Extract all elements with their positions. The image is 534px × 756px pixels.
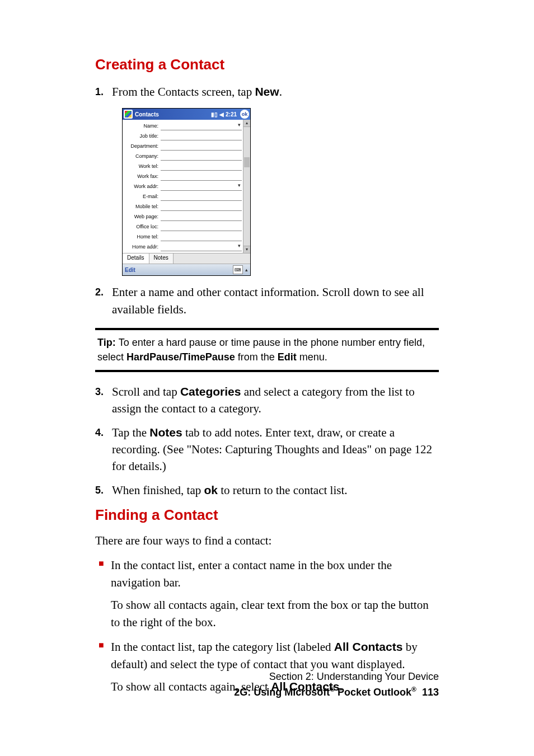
- step-5-b: ok: [204, 483, 218, 496]
- menu-up-icon[interactable]: ▴: [245, 267, 248, 273]
- form-area: Name: Job title: Department: Company: Wo…: [123, 120, 250, 253]
- heading-finding: Finding a Contact: [95, 506, 439, 524]
- field-workfax: Work fax:: [124, 171, 242, 181]
- step-1-text-c: .: [279, 85, 282, 98]
- step-4: 4. Tap the Notes tab to add notes. Enter…: [95, 424, 439, 475]
- heading-creating: Creating a Contact: [95, 56, 439, 73]
- step-4-number: 4.: [95, 425, 104, 440]
- step-2-number: 2.: [95, 285, 104, 299]
- input-mobiletel[interactable]: [161, 203, 242, 211]
- tab-details[interactable]: Details: [123, 253, 149, 264]
- steps-group-2: 2. Enter a name and other contact inform…: [95, 284, 439, 318]
- field-hometel: Home tel:: [124, 232, 242, 242]
- step-5-a: When finished, tap: [112, 483, 204, 497]
- label-email: E-mail:: [124, 194, 161, 199]
- label-workaddr: Work addr:: [124, 184, 161, 189]
- label-workfax: Work fax:: [124, 173, 161, 179]
- scrollbar[interactable]: ▴ ▾: [243, 120, 250, 253]
- input-company[interactable]: [161, 152, 242, 161]
- field-homeaddr: Home addr:: [124, 242, 242, 252]
- step-3-a: Scroll and tap: [112, 385, 180, 398]
- steps-group-1: 1. From the Contacts screen, tap New.: [95, 83, 439, 100]
- pocket-titlebar: Contacts ▮▯ ◀ 2:21 ok: [123, 109, 250, 120]
- step-5: 5. When finished, tap ok to return to th…: [95, 482, 439, 499]
- input-webpage[interactable]: [161, 213, 242, 221]
- label-worktel: Work tel:: [124, 163, 161, 169]
- input-dept[interactable]: [161, 142, 242, 151]
- finding-intro: There are four ways to find a contact:: [95, 534, 439, 548]
- step-4-a: Tap the: [112, 426, 149, 439]
- field-worktel: Work tel:: [124, 161, 242, 171]
- scroll-down-icon[interactable]: ▾: [243, 246, 250, 253]
- menu-edit[interactable]: Edit: [125, 267, 135, 273]
- step-1: 1. From the Contacts screen, tap New.: [95, 83, 439, 100]
- input-homeaddr[interactable]: [161, 243, 242, 251]
- scroll-thumb[interactable]: [244, 157, 250, 167]
- label-company: Company:: [124, 153, 161, 159]
- label-mobiletel: Mobile tel:: [124, 204, 161, 209]
- scroll-up-icon[interactable]: ▴: [243, 120, 250, 127]
- footer-chapter-b: Pocket Outlook: [335, 687, 411, 698]
- keyboard-icon[interactable]: ⌨: [233, 265, 243, 274]
- clock: 2:21: [226, 111, 237, 118]
- footer-page: 113: [422, 687, 439, 698]
- step-1-new: New: [255, 85, 279, 98]
- field-job: Job title:: [124, 131, 242, 141]
- tab-notes[interactable]: Notes: [149, 253, 174, 264]
- label-webpage: Web page:: [124, 214, 161, 219]
- step-2: 2. Enter a name and other contact inform…: [95, 284, 439, 318]
- ok-button[interactable]: ok: [240, 110, 249, 119]
- label-hometel: Home tel:: [124, 234, 161, 240]
- step-3-number: 3.: [95, 384, 104, 399]
- label-officeloc: Office loc:: [124, 224, 161, 229]
- footer-chapter-a: 2G: Using Microsoft: [234, 687, 330, 698]
- input-email[interactable]: [161, 192, 242, 201]
- step-5-number: 5.: [95, 483, 104, 497]
- pocketpc-screenshot: Contacts ▮▯ ◀ 2:21 ok Name: Job title: D…: [122, 108, 251, 276]
- field-dept: Department:: [124, 141, 242, 151]
- input-worktel[interactable]: [161, 162, 242, 171]
- footer-section: Section 2: Understanding Your Device: [234, 669, 439, 684]
- field-mobiletel: Mobile tel:: [124, 201, 242, 212]
- page-footer: Section 2: Understanding Your Device 2G:…: [234, 669, 439, 700]
- bullet-2-b: All Contacts: [334, 640, 403, 653]
- footer-reg-2: ®: [411, 685, 416, 693]
- fields-column: Name: Job title: Department: Company: Wo…: [123, 120, 243, 253]
- step-5-c: to return to the contact list.: [218, 483, 348, 497]
- label-job: Job title:: [124, 133, 161, 139]
- bullet-1-sub: To show all contacts again, clear text f…: [111, 597, 439, 631]
- status-icons: ▮▯ ◀ 2:21 ok: [211, 110, 249, 119]
- tip-e: menu.: [297, 351, 327, 363]
- input-workaddr[interactable]: [161, 182, 242, 191]
- field-workaddr: Work addr:: [124, 181, 242, 191]
- input-job[interactable]: [161, 132, 242, 140]
- input-hometel[interactable]: [161, 233, 242, 241]
- step-4-b: Notes: [149, 426, 182, 439]
- label-name: Name:: [124, 123, 161, 129]
- step-3: 3. Scroll and tap Categories and select …: [95, 383, 439, 417]
- label-homeaddr: Home addr:: [124, 244, 161, 250]
- speaker-icon: ◀: [219, 111, 224, 118]
- step-2-text: Enter a name and other contact informati…: [112, 285, 424, 316]
- start-icon[interactable]: [124, 110, 133, 119]
- tabstrip: Details Notes: [123, 253, 250, 264]
- tip-b: HardPause/TimePause: [127, 351, 235, 363]
- tip-box: Tip: To enter a hard pause or time pause…: [95, 328, 439, 372]
- field-company: Company:: [124, 151, 242, 161]
- tip-d: Edit: [278, 351, 297, 363]
- field-email: E-mail:: [124, 191, 242, 201]
- label-dept: Department:: [124, 143, 161, 149]
- scroll-track[interactable]: [243, 127, 250, 246]
- field-officeloc: Office loc:: [124, 222, 242, 232]
- field-name: Name:: [124, 121, 242, 131]
- bullet-2-a: In the contact list, tap the category li…: [111, 640, 334, 654]
- tip-c: from the: [235, 351, 278, 363]
- tip-label: Tip:: [97, 337, 119, 348]
- step-3-b: Categories: [180, 385, 241, 398]
- menubar: Edit ⌨ ▴: [123, 264, 250, 275]
- input-name[interactable]: [161, 122, 242, 130]
- steps-group-3: 3. Scroll and tap Categories and select …: [95, 383, 439, 499]
- input-workfax[interactable]: [161, 172, 242, 181]
- input-officeloc[interactable]: [161, 223, 242, 231]
- bullet-1: In the contact list, enter a contact nam…: [95, 557, 439, 631]
